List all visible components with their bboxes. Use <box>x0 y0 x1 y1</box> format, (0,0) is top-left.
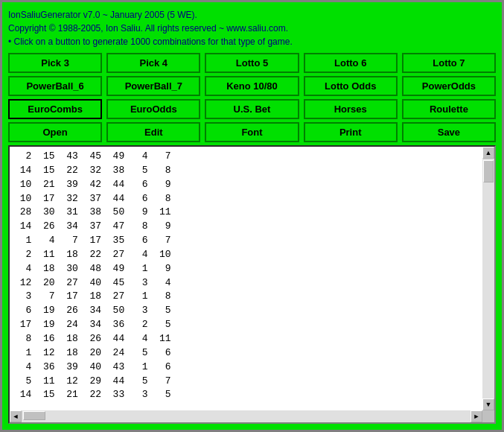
header-line1: IonSaliuGenerator v7.0 ~ January 2005 (5… <box>8 8 496 22</box>
powerball7-button[interactable]: PowerBall_7 <box>106 76 200 96</box>
roulette-button[interactable]: Roulette <box>402 99 496 119</box>
button-row-3: EuroCombsEuroOddsU.S. BetHorsesRoulette <box>8 99 496 119</box>
open-button[interactable]: Open <box>8 122 102 142</box>
horizontal-scrollbar-row: ◄ ► <box>10 410 494 422</box>
pick4-button[interactable]: Pick 4 <box>106 53 200 73</box>
header-line3: • Click on a button to generate 1000 com… <box>8 35 496 48</box>
scroll-track-horizontal[interactable] <box>22 410 470 422</box>
edit-button[interactable]: Edit <box>106 122 200 142</box>
pick3-button[interactable]: Pick 3 <box>8 53 102 73</box>
keno-button[interactable]: Keno 10/80 <box>205 76 299 96</box>
main-window: IonSaliuGenerator v7.0 ~ January 2005 (5… <box>0 0 504 432</box>
button-row-4: OpenEditFontPrintSave <box>8 122 496 142</box>
lotto6-button[interactable]: Lotto 6 <box>304 53 398 73</box>
scroll-left-button[interactable]: ◄ <box>10 410 22 422</box>
eurocombs-button[interactable]: EuroCombs <box>8 99 102 119</box>
powerodds-button[interactable]: PowerOdds <box>402 76 496 96</box>
lotto7-button[interactable]: Lotto 7 <box>402 53 496 73</box>
button-row-2: PowerBall_6PowerBall_7Keno 10/80Lotto Od… <box>8 76 496 96</box>
font-button[interactable]: Font <box>205 122 299 142</box>
scroll-thumb-horizontal[interactable] <box>23 411 45 420</box>
print-button[interactable]: Print <box>304 122 398 142</box>
scroll-down-button[interactable]: ▼ <box>482 398 494 410</box>
lottoodds-button[interactable]: Lotto Odds <box>304 76 398 96</box>
content-area: 2 15 43 45 49 4 7 14 15 22 32 38 5 8 10 … <box>8 145 496 424</box>
save-button[interactable]: Save <box>402 122 496 142</box>
powerball6-button[interactable]: PowerBall_6 <box>8 76 102 96</box>
scroll-up-button[interactable]: ▲ <box>482 147 494 159</box>
scroll-track-vertical[interactable] <box>482 159 494 398</box>
scroll-corner <box>482 410 494 422</box>
lotto5-button[interactable]: Lotto 5 <box>205 53 299 73</box>
vertical-scrollbar[interactable]: ▲ ▼ <box>482 147 494 410</box>
header-line2: Copyright © 1988-2005, Ion Saliu. All ri… <box>8 22 496 35</box>
euroodds-button[interactable]: EuroOdds <box>106 99 200 119</box>
header-text: IonSaliuGenerator v7.0 ~ January 2005 (5… <box>8 8 496 48</box>
scroll-right-button[interactable]: ► <box>470 410 482 422</box>
horses-button[interactable]: Horses <box>304 99 398 119</box>
scroll-thumb-vertical[interactable] <box>483 160 494 182</box>
button-row-1: Pick 3Pick 4Lotto 5Lotto 6Lotto 7 <box>8 53 496 73</box>
data-display[interactable]: 2 15 43 45 49 4 7 14 15 22 32 38 5 8 10 … <box>10 147 482 410</box>
usbet-button[interactable]: U.S. Bet <box>205 99 299 119</box>
